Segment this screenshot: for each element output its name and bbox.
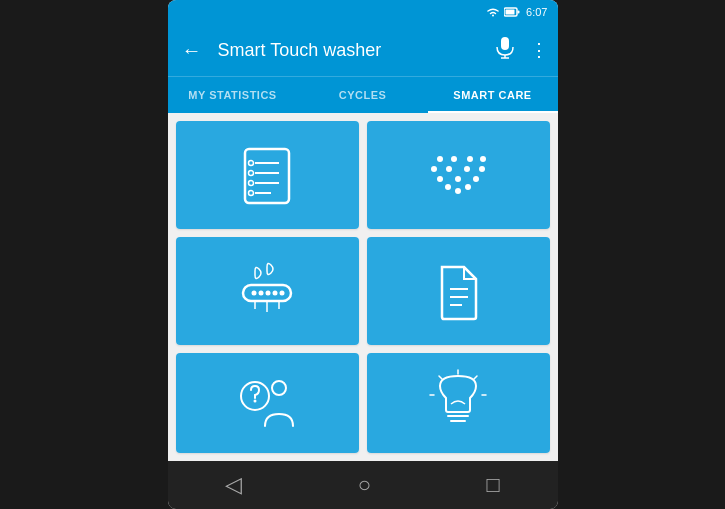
mic-button[interactable] bbox=[496, 37, 514, 64]
tab-bar: MY STATISTICS CYCLES SMART CARE bbox=[168, 76, 558, 113]
dots-fan-icon bbox=[418, 141, 498, 211]
wifi-icon bbox=[486, 7, 500, 17]
svg-line-47 bbox=[439, 376, 442, 379]
checklist-icon bbox=[227, 141, 307, 211]
svg-point-34 bbox=[280, 291, 285, 296]
svg-point-21 bbox=[431, 166, 437, 172]
svg-point-22 bbox=[446, 166, 452, 172]
tab-cycles[interactable]: CYCLES bbox=[298, 77, 428, 113]
card-auto-clean[interactable]: Auto-Clean bbox=[367, 121, 550, 229]
page-title: Smart Touch washer bbox=[218, 40, 484, 61]
card-user-manual[interactable]: User Manual bbox=[367, 237, 550, 345]
svg-point-25 bbox=[437, 156, 443, 162]
svg-point-8 bbox=[249, 161, 254, 166]
svg-point-18 bbox=[437, 176, 443, 182]
more-button[interactable]: ⋮ bbox=[530, 39, 548, 61]
back-button[interactable]: ← bbox=[178, 35, 206, 66]
card-image-help bbox=[176, 353, 359, 453]
svg-point-12 bbox=[249, 181, 254, 186]
svg-point-19 bbox=[455, 176, 461, 182]
card-image-smart-checkup bbox=[176, 121, 359, 229]
card-smart-checkup[interactable]: Smart Check-up bbox=[176, 121, 359, 229]
status-bar: 6:07 bbox=[168, 0, 558, 24]
svg-point-15 bbox=[455, 188, 461, 194]
toolbar: ← Smart Touch washer ⋮ bbox=[168, 24, 558, 76]
svg-point-14 bbox=[249, 191, 254, 196]
nav-recent-button[interactable]: □ bbox=[486, 472, 499, 498]
nav-bar: ◁ ○ □ bbox=[168, 461, 558, 509]
card-tips[interactable] bbox=[367, 353, 550, 453]
svg-point-26 bbox=[451, 156, 457, 162]
tab-smart-care[interactable]: SMART CARE bbox=[428, 77, 558, 113]
svg-line-45 bbox=[474, 376, 477, 379]
card-filter-clean[interactable]: Filter-Clean bbox=[176, 237, 359, 345]
svg-point-23 bbox=[464, 166, 470, 172]
svg-point-43 bbox=[272, 381, 286, 395]
svg-point-24 bbox=[479, 166, 485, 172]
svg-point-28 bbox=[480, 156, 486, 162]
svg-point-30 bbox=[252, 291, 257, 296]
nav-home-button[interactable]: ○ bbox=[358, 472, 371, 498]
svg-point-17 bbox=[465, 184, 471, 190]
svg-point-42 bbox=[254, 400, 257, 403]
svg-point-16 bbox=[445, 184, 451, 190]
svg-point-27 bbox=[467, 156, 473, 162]
card-image-auto-clean bbox=[367, 121, 550, 229]
svg-point-33 bbox=[273, 291, 278, 296]
svg-rect-3 bbox=[501, 37, 509, 50]
phone-container: 6:07 ← Smart Touch washer ⋮ MY STATISTIC… bbox=[168, 0, 558, 509]
toolbar-actions: ⋮ bbox=[496, 37, 548, 64]
card-image-filter-clean bbox=[176, 237, 359, 345]
svg-rect-2 bbox=[518, 11, 520, 14]
document-icon bbox=[418, 257, 498, 327]
svg-point-20 bbox=[473, 176, 479, 182]
card-help[interactable] bbox=[176, 353, 359, 453]
filter-icon bbox=[227, 257, 307, 327]
help-person-icon bbox=[227, 368, 307, 438]
tab-my-statistics[interactable]: MY STATISTICS bbox=[168, 77, 298, 113]
svg-point-31 bbox=[259, 291, 264, 296]
svg-point-10 bbox=[249, 171, 254, 176]
status-time: 6:07 bbox=[526, 6, 547, 18]
nav-back-button[interactable]: ◁ bbox=[225, 472, 242, 498]
card-image-tips bbox=[367, 353, 550, 453]
status-icons bbox=[486, 7, 520, 17]
svg-rect-1 bbox=[506, 10, 515, 15]
svg-point-32 bbox=[266, 291, 271, 296]
content-grid: Smart Check-up bbox=[168, 113, 558, 461]
card-image-user-manual bbox=[367, 237, 550, 345]
lightbulb-icon bbox=[418, 368, 498, 438]
battery-icon bbox=[504, 7, 520, 17]
